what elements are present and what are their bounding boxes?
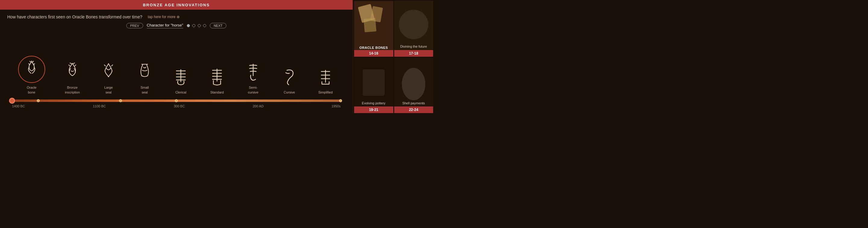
bronze-inscription-glyph xyxy=(63,62,82,83)
standard-glyph xyxy=(208,67,226,88)
timeline-label-1950: 1950s xyxy=(332,104,341,108)
timeline-dot-4 xyxy=(339,99,342,102)
char-semi-cursive[interactable]: Semi-cursive xyxy=(244,62,262,95)
shell-payments-content: Shell payments 22-24 xyxy=(394,58,433,113)
char-oracle-bone[interactable]: Oraclebone xyxy=(18,56,45,95)
char-cursive[interactable]: Cursive xyxy=(280,67,299,95)
shell-payments-label: Shell payments xyxy=(394,100,433,107)
bronze-inscription-label: Bronzeinscription xyxy=(65,85,80,95)
evolving-pottery-number: 19-21 xyxy=(354,107,393,113)
char-bronze-inscription[interactable]: Bronzeinscription xyxy=(63,62,82,95)
char-large-seal[interactable]: Largeseal xyxy=(99,62,118,95)
char-small-seal[interactable]: Smallseal xyxy=(135,62,154,95)
large-seal-glyph xyxy=(99,62,118,83)
cursive-glyph xyxy=(280,67,299,88)
char-simplified[interactable]: Simplified xyxy=(316,67,335,95)
evolving-pottery-content: Evolving pottery 19-21 xyxy=(354,58,393,113)
character-label: Character for "horse" xyxy=(147,23,183,28)
divining-future-content: Divining the future 17-18 xyxy=(394,1,433,57)
timeline-dot-3 xyxy=(175,99,178,102)
subtitle-question: How have characters first seen on Oracle… xyxy=(7,15,142,19)
semi-cursive-label: Semi-cursive xyxy=(248,85,258,95)
timeline-label-1100: 1100 BC xyxy=(93,104,106,108)
next-button[interactable]: NEXT xyxy=(210,23,226,28)
oracle-bone-glyph xyxy=(18,56,45,83)
card-evolving-pottery[interactable]: Evolving pottery 19-21 xyxy=(354,58,393,113)
right-panel: ORACLE BONES 14-16 Divining the future 1… xyxy=(352,0,434,114)
simplified-label: Simplified xyxy=(318,90,333,95)
standard-label: Standard xyxy=(210,90,224,95)
dot-3[interactable] xyxy=(198,24,201,27)
timeline-labels: 1400 BC 1100 BC 300 BC 200 AD 1950s xyxy=(12,104,341,108)
timeline-label-1400: 1400 BC xyxy=(12,104,25,108)
timeline-handle[interactable] xyxy=(9,98,15,104)
divining-future-number: 17-18 xyxy=(394,50,433,57)
card-oracle-bones[interactable]: ORACLE BONES 14-16 xyxy=(354,1,393,57)
timeline-dot-1 xyxy=(37,99,40,102)
tap-more-link[interactable]: tap here for more ⊕ xyxy=(148,15,180,19)
timeline-label-200: 200 AD xyxy=(253,104,264,108)
timeline-label-300: 300 BC xyxy=(174,104,185,108)
arrow-icon: ⊕ xyxy=(177,15,180,19)
char-clerical[interactable]: Clerical xyxy=(172,67,190,95)
timeline-section: 1400 BC 1100 BC 300 BC 200 AD 1950s xyxy=(0,95,352,114)
dot-2[interactable] xyxy=(192,24,195,27)
shell-payments-number: 22-24 xyxy=(394,107,433,113)
nav-dots xyxy=(187,24,206,27)
subtitle-row: How have characters first seen on Oracle… xyxy=(0,10,352,22)
left-panel: BRONZE AGE INNOVATIONS How have characte… xyxy=(0,0,352,114)
prev-button[interactable]: PREV xyxy=(126,23,143,28)
simplified-glyph xyxy=(316,67,335,88)
clerical-label: Clerical xyxy=(176,90,187,95)
card-divining-future[interactable]: Divining the future 17-18 xyxy=(394,1,433,57)
timeline-track[interactable] xyxy=(12,99,341,102)
main-title: BRONZE AGE INNOVATIONS xyxy=(143,3,210,7)
oracle-bones-title: ORACLE BONES xyxy=(354,45,393,50)
oracle-bones-number: 14-16 xyxy=(354,50,393,57)
dot-4[interactable] xyxy=(203,24,206,27)
small-seal-label: Smallseal xyxy=(141,85,149,95)
semi-cursive-glyph xyxy=(244,62,262,83)
characters-row: Oraclebone Bronzeins xyxy=(0,31,352,95)
title-bar: BRONZE AGE INNOVATIONS xyxy=(0,0,352,10)
evolving-pottery-label: Evolving pottery xyxy=(354,100,393,107)
cursive-label: Cursive xyxy=(284,90,295,95)
oracle-bone-label: Oraclebone xyxy=(27,85,36,95)
card-shell-payments[interactable]: Shell payments 22-24 xyxy=(394,58,433,113)
nav-row: PREV Character for "horse" NEXT xyxy=(0,22,352,31)
divining-future-label: Divining the future xyxy=(394,43,433,50)
dot-1[interactable] xyxy=(187,24,190,27)
small-seal-glyph xyxy=(135,62,154,83)
oracle-bones-content: ORACLE BONES 14-16 xyxy=(354,1,393,57)
clerical-glyph xyxy=(172,67,190,88)
timeline-dot-2 xyxy=(119,99,122,102)
large-seal-label: Largeseal xyxy=(104,85,113,95)
char-standard[interactable]: Standard xyxy=(208,67,226,95)
